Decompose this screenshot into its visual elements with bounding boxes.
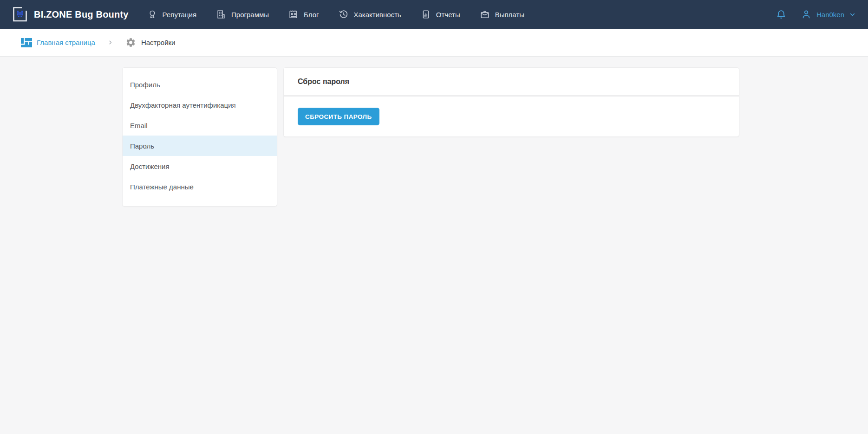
reset-password-button[interactable]: СБРОСИТЬ ПАРОЛЬ bbox=[298, 108, 379, 125]
sidebar-item-2fa[interactable]: Двухфакторная аутентификация bbox=[123, 95, 277, 115]
user-icon bbox=[801, 9, 812, 20]
report-icon bbox=[421, 9, 431, 19]
nav-right: Han0ken bbox=[776, 9, 856, 20]
medal-icon bbox=[147, 9, 157, 19]
breadcrumb-current: Настройки bbox=[125, 37, 176, 48]
nav-item-blog[interactable]: Блог bbox=[288, 9, 319, 19]
dashboard-icon bbox=[20, 37, 33, 49]
building-icon bbox=[216, 9, 226, 19]
nav-item-reputation[interactable]: Репутация bbox=[147, 9, 196, 19]
chevron-right-icon bbox=[108, 40, 113, 45]
newspaper-icon bbox=[288, 9, 299, 19]
sidebar-item-achievements[interactable]: Достижения bbox=[123, 156, 277, 176]
nav-item-label: Хакактивность bbox=[354, 11, 401, 19]
content-area: Профиль Двухфакторная аутентификация Ema… bbox=[122, 67, 868, 207]
sidebar-item-password[interactable]: Пароль bbox=[123, 136, 277, 156]
breadcrumb-home-link[interactable]: Главная страница bbox=[20, 37, 95, 49]
nav-item-label: Программы bbox=[231, 11, 269, 19]
bell-icon bbox=[776, 9, 787, 20]
notifications-button[interactable] bbox=[776, 9, 787, 20]
brand-logo[interactable]: BI.ZONE Bug Bounty bbox=[12, 6, 129, 22]
sidebar-item-email[interactable]: Email bbox=[123, 115, 277, 136]
nav-item-reports[interactable]: Отчеты bbox=[421, 9, 460, 19]
bug-logo-icon bbox=[12, 6, 28, 22]
nav-item-programs[interactable]: Программы bbox=[216, 9, 269, 19]
main-menu: Репутация Программы bbox=[147, 9, 524, 19]
nav-item-payouts[interactable]: Выплаты bbox=[480, 9, 524, 19]
settings-sidebar: Профиль Двухфакторная аутентификация Ema… bbox=[122, 67, 277, 207]
sidebar-item-payment-data[interactable]: Платежные данные bbox=[123, 176, 277, 197]
password-reset-panel: Сброс пароля СБРОСИТЬ ПАРОЛЬ bbox=[283, 67, 739, 137]
username: Han0ken bbox=[816, 11, 844, 19]
nav-item-label: Отчеты bbox=[436, 11, 460, 19]
gear-icon bbox=[125, 37, 136, 48]
nav-item-label: Выплаты bbox=[495, 11, 524, 19]
sidebar-item-profile[interactable]: Профиль bbox=[123, 74, 277, 95]
nav-item-hackactivity[interactable]: Хакактивность bbox=[339, 9, 401, 19]
nav-item-label: Репутация bbox=[163, 11, 196, 19]
briefcase-icon bbox=[480, 9, 490, 19]
chevron-down-icon bbox=[849, 11, 856, 18]
panel-body: СБРОСИТЬ ПАРОЛЬ bbox=[284, 97, 739, 136]
nav-item-label: Блог bbox=[304, 11, 319, 19]
history-icon bbox=[339, 9, 349, 19]
breadcrumb-current-label: Настройки bbox=[141, 39, 176, 46]
top-nav: BI.ZONE Bug Bounty Репутация bbox=[0, 0, 868, 29]
breadcrumb-home-label: Главная страница bbox=[37, 39, 95, 46]
breadcrumb: Главная страница Настройки bbox=[0, 29, 868, 57]
brand-title: BI.ZONE Bug Bounty bbox=[34, 9, 129, 20]
panel-title: Сброс пароля bbox=[284, 68, 739, 97]
user-menu[interactable]: Han0ken bbox=[801, 9, 856, 20]
